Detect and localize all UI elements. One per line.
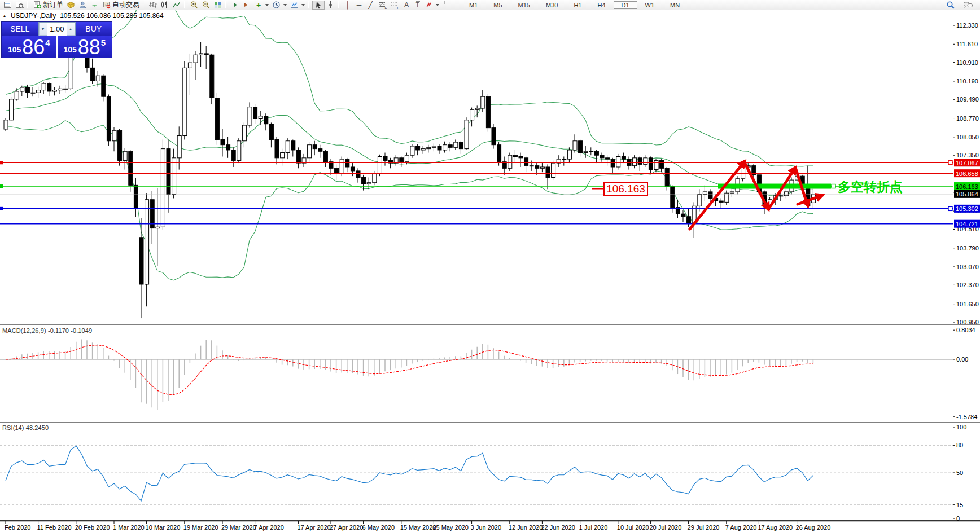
chevron-down-icon — [265, 4, 269, 6]
text-tool-icon: A — [403, 1, 410, 9]
market-button[interactable] — [65, 1, 77, 10]
indicators-button[interactable]: + — [253, 1, 270, 10]
date-tick-label: 15 May 2020 — [400, 524, 436, 531]
date-tick-label: Feb 2020 — [5, 524, 30, 531]
separator — [308, 1, 310, 8]
auto-scroll-button[interactable] — [229, 1, 241, 10]
timeframe-M15[interactable]: M15 — [510, 1, 538, 9]
price-tick-label: 108.050 — [956, 134, 979, 140]
price-chart[interactable]: 106.163多空转折点112.330111.610110.910110.190… — [0, 0, 980, 532]
buy-price[interactable]: 105885 — [58, 36, 112, 58]
svg-text:E: E — [385, 6, 387, 10]
symbol-period-label: USDJPY-,Daily — [11, 12, 56, 20]
price-callout-box[interactable]: 106.163 — [592, 182, 648, 195]
candlestick-chart-icon — [160, 1, 169, 9]
date-tick-label: 1 Mar 2020 — [113, 524, 145, 531]
sell-price-pips: 86 — [22, 39, 45, 56]
vertical-line-button[interactable]: │ — [342, 1, 353, 10]
sell-price[interactable]: 105864 — [2, 36, 56, 58]
date-axis[interactable]: Feb 202011 Feb 202020 Feb 20201 Mar 2020… — [5, 521, 830, 531]
candlestick-chart-button[interactable] — [159, 1, 170, 10]
svg-text:105.864: 105.864 — [956, 191, 978, 197]
hline-107.067[interactable] — [0, 161, 953, 165]
crosshair-button[interactable] — [325, 1, 336, 10]
volume-input[interactable]: 1.00 — [47, 23, 67, 36]
price-badge-106.163: 106.163 — [954, 182, 980, 190]
trendline-button[interactable]: ╱ — [365, 1, 376, 10]
bollinger-bands — [6, 0, 813, 280]
zoom-in-icon — [190, 1, 198, 9]
collapse-panel-arrow[interactable]: ▲ — [2, 14, 7, 19]
search-button[interactable] — [944, 1, 957, 10]
separator — [443, 1, 445, 8]
price-tick-label: 110.910 — [956, 59, 978, 66]
line-chart-icon — [172, 1, 181, 9]
price-tick-label: 112.330 — [956, 22, 978, 29]
horizontal-line-icon: ─ — [355, 1, 363, 9]
hline-105.302[interactable] — [0, 206, 953, 210]
timeframe-H1[interactable]: H1 — [566, 1, 589, 9]
text-label-button[interactable]: T — [412, 1, 423, 10]
channel-button[interactable]: F — [388, 1, 401, 10]
text-tool-button[interactable]: A — [401, 1, 412, 10]
buy-price-figure: 105 — [63, 45, 76, 54]
turning-point-band[interactable] — [718, 184, 831, 189]
svg-text:106.658: 106.658 — [956, 170, 978, 177]
date-tick-label: 7 Aug 2020 — [725, 524, 757, 531]
chart-shift-button[interactable] — [241, 1, 253, 10]
fibonacci-button[interactable]: E — [376, 1, 388, 10]
svg-text:105.302: 105.302 — [956, 205, 978, 212]
date-tick-label: 7 Apr 2020 — [254, 524, 284, 531]
timeframe-M1[interactable]: M1 — [461, 1, 485, 9]
fibonacci-icon: E — [378, 1, 387, 9]
timeframe-W1[interactable]: W1 — [637, 1, 663, 9]
volume-increase-button[interactable]: ▲ — [67, 23, 75, 36]
arrows-tool-button[interactable] — [423, 1, 441, 10]
bollinger-lower — [6, 121, 813, 280]
horizontal-line-button[interactable]: ─ — [353, 1, 365, 10]
macd-tick-label: 0.00 — [956, 356, 968, 363]
bar-chart-button[interactable] — [147, 1, 159, 10]
timeframe-MN[interactable]: MN — [662, 1, 688, 9]
periods-button[interactable] — [270, 1, 288, 10]
candles-layer — [4, 25, 815, 318]
date-tick-label: 29 Jul 2020 — [688, 524, 720, 531]
templates-button[interactable] — [288, 1, 307, 10]
zoom-in-button[interactable] — [188, 1, 200, 10]
signals-button[interactable] — [89, 1, 100, 10]
bollinger-middle — [6, 83, 813, 196]
tile-windows-button[interactable] — [212, 1, 224, 10]
timeframe-M5[interactable]: M5 — [485, 1, 510, 9]
line-handle — [948, 206, 952, 210]
price-badge-105.302: 105.302 — [954, 205, 980, 213]
price-badge-107.067: 107.067 — [954, 159, 980, 166]
sell-button[interactable]: SELL — [2, 22, 38, 36]
rsi-label: RSI(14) 48.2450 — [2, 424, 49, 431]
date-tick-label: 6 May 2020 — [362, 524, 395, 531]
toolbar-right-icons — [944, 1, 975, 10]
market-box-icon — [67, 1, 75, 9]
new-order-button[interactable]: 新订单 — [31, 1, 65, 10]
data-window-button[interactable] — [14, 1, 25, 10]
line-chart-button[interactable] — [170, 1, 182, 10]
cursor-button[interactable] — [312, 1, 325, 10]
timeframe-M30[interactable]: M30 — [538, 1, 566, 9]
buy-price-point: 5 — [101, 38, 106, 47]
macd-pane: 0.80340.00-1.5784 — [0, 327, 977, 420]
zoom-out-button[interactable] — [200, 1, 212, 10]
date-tick-label: 25 May 2020 — [432, 524, 469, 531]
timeframe-H4[interactable]: H4 — [589, 1, 613, 9]
buy-button[interactable]: BUY — [76, 22, 112, 36]
autotrading-button[interactable]: 自动交易 — [100, 1, 141, 10]
cursor-icon — [314, 1, 322, 9]
market-watch-button[interactable] — [2, 1, 14, 10]
line-handle — [0, 207, 3, 210]
chevron-down-icon — [436, 4, 439, 6]
chat-button[interactable] — [961, 1, 975, 10]
turning-point-text[interactable]: 多空转折点 — [838, 179, 903, 194]
timeframe-D1[interactable]: D1 — [614, 1, 637, 9]
navigator-button[interactable] — [77, 1, 89, 10]
volume-decrease-button[interactable]: ▼ — [39, 23, 47, 36]
line-handle — [0, 184, 3, 188]
ohlc-values: 105.526 106.086 105.285 105.864 — [60, 12, 164, 20]
